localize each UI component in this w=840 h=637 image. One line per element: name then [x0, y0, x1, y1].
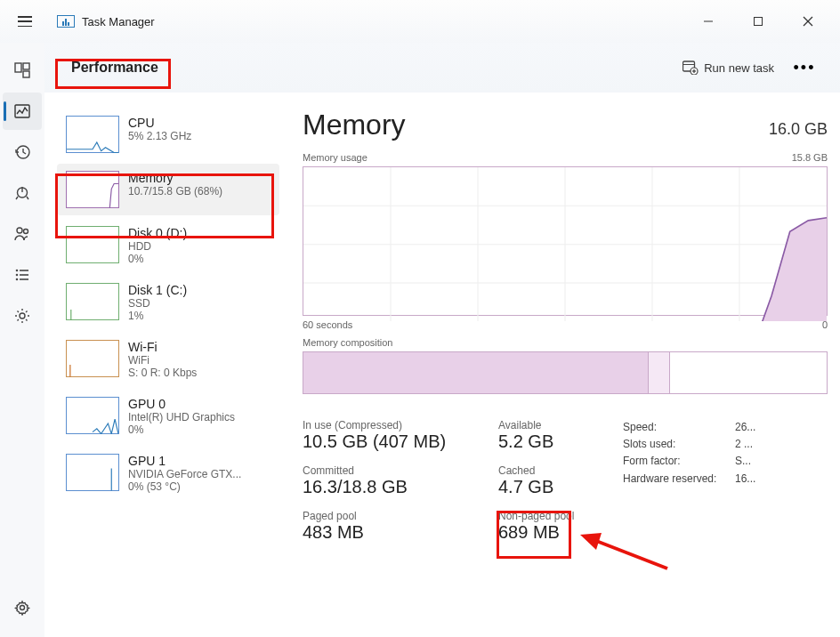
cached-value: 4.7 GB: [498, 477, 605, 497]
run-task-label: Run new task: [704, 61, 774, 75]
gpu1-title: GPU 1: [128, 454, 241, 468]
cpu-thumbnail: [66, 116, 119, 153]
in-use-label: In use (Compressed): [303, 419, 481, 431]
gpu1-sub1: NVIDIA GeForce GTX...: [128, 468, 241, 480]
resource-item-disk1[interactable]: Disk 1 (C:)SSD1%: [57, 276, 279, 329]
svg-point-19: [20, 313, 25, 318]
svg-point-13: [17, 270, 18, 271]
speed-val: 26...: [735, 419, 755, 436]
svg-point-15: [17, 275, 18, 276]
cpu-title: CPU: [128, 116, 191, 130]
hw-val: 16...: [735, 471, 755, 488]
run-task-icon: [682, 60, 699, 75]
disk0-title: Disk 0 (D:): [128, 226, 187, 240]
memory-sub: 10.7/15.8 GB (68%): [128, 185, 222, 198]
usage-label: Memory usage: [303, 152, 368, 163]
gpu1-thumbnail: [66, 454, 119, 491]
rail-users[interactable]: [3, 215, 42, 253]
nonpaged-value: 689 MB: [498, 522, 605, 543]
resource-item-disk0[interactable]: Disk 0 (D:)HDD0%: [57, 219, 279, 272]
composition-label: Memory composition: [303, 337, 828, 348]
resource-list: CPU5% 2.13 GHz Memory10.7/15.8 GB (68%) …: [57, 109, 279, 614]
available-value: 5.2 GB: [498, 431, 605, 452]
svg-point-11: [17, 228, 22, 233]
window-title: Task Manager: [82, 15, 155, 28]
page-title: Performance: [62, 56, 167, 79]
rail-processes[interactable]: [3, 52, 42, 89]
in-use-value: 10.5 GB (407 MB): [303, 431, 481, 452]
maximize-button[interactable]: [733, 4, 783, 39]
paged-label: Paged pool: [303, 510, 481, 522]
committed-value: 16.3/18.8 GB: [303, 477, 481, 497]
form-key: Form factor:: [623, 453, 728, 470]
rail-details[interactable]: [3, 256, 42, 294]
resource-item-gpu0[interactable]: GPU 0Intel(R) UHD Graphics0%: [57, 390, 279, 443]
wifi-sub1: WiFi: [128, 354, 197, 367]
nonpaged-label: Non-paged pool: [498, 510, 605, 522]
rail-performance[interactable]: [3, 93, 42, 130]
rail-services[interactable]: [3, 297, 42, 335]
gpu0-sub1: Intel(R) UHD Graphics: [128, 411, 235, 423]
hamburger-menu[interactable]: [7, 4, 43, 39]
gpu0-thumbnail: [66, 397, 119, 434]
svg-rect-6: [23, 71, 29, 77]
svg-point-12: [24, 230, 28, 234]
rail-settings[interactable]: [3, 589, 42, 626]
paged-value: 483 MB: [303, 522, 481, 543]
detail-title: Memory: [303, 109, 406, 141]
hw-key: Hardware reserved:: [623, 471, 728, 488]
svg-rect-5: [23, 63, 29, 69]
cpu-sub: 5% 2.13 GHz: [128, 130, 191, 142]
resource-item-wifi[interactable]: Wi-FiWiFiS: 0 R: 0 Kbps: [57, 333, 279, 386]
disk0-sub1: HDD: [128, 240, 187, 253]
rail-startup-apps[interactable]: [3, 174, 42, 212]
committed-label: Committed: [303, 464, 481, 477]
close-button[interactable]: [783, 4, 833, 39]
wifi-title: Wi-Fi: [128, 340, 197, 354]
disk1-title: Disk 1 (C:): [128, 283, 187, 297]
slots-val: 2 ...: [735, 436, 753, 453]
svg-rect-1: [755, 18, 763, 26]
gpu0-sub2: 0%: [128, 423, 235, 436]
speed-key: Speed:: [623, 419, 728, 436]
svg-point-20: [20, 606, 25, 610]
available-label: Available: [498, 419, 605, 431]
form-val: S...: [735, 453, 751, 470]
gpu0-title: GPU 0: [128, 397, 235, 411]
resource-item-gpu1[interactable]: GPU 1NVIDIA GeForce GTX...0% (53 °C): [57, 447, 279, 500]
wifi-thumbnail: [66, 340, 119, 377]
detail-capacity: 16.0 GB: [769, 120, 828, 139]
task-manager-icon: [57, 15, 75, 28]
cached-label: Cached: [498, 464, 605, 477]
memory-composition-bar: [303, 351, 828, 394]
disk0-thumbnail: [66, 226, 119, 263]
memory-usage-chart: [303, 166, 828, 316]
rail-app-history[interactable]: [3, 133, 42, 171]
svg-rect-4: [15, 63, 21, 72]
disk0-sub2: 0%: [128, 253, 187, 265]
gpu1-sub2: 0% (53 °C): [128, 480, 241, 493]
more-options-button[interactable]: •••: [787, 52, 822, 84]
wifi-sub2: S: 0 R: 0 Kbps: [128, 367, 197, 379]
resource-item-memory[interactable]: Memory10.7/15.8 GB (68%): [57, 164, 279, 215]
minimize-button[interactable]: [683, 4, 733, 39]
disk1-sub1: SSD: [128, 297, 187, 310]
usage-max: 15.8 GB: [792, 152, 828, 163]
slots-key: Slots used:: [623, 436, 728, 453]
resource-item-cpu[interactable]: CPU5% 2.13 GHz: [57, 109, 279, 160]
svg-point-17: [17, 279, 18, 280]
disk1-sub2: 1%: [128, 310, 187, 322]
run-new-task-button[interactable]: Run new task: [675, 57, 781, 78]
memory-thumbnail: [66, 171, 119, 208]
memory-title: Memory: [128, 171, 222, 185]
disk1-thumbnail: [66, 283, 119, 320]
